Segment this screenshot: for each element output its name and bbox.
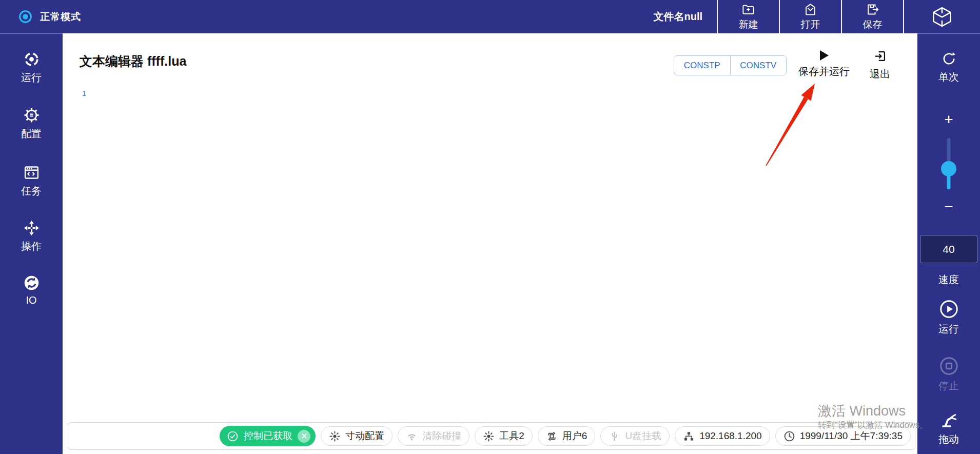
speed-label: 速度 [917, 273, 980, 287]
gear-icon [23, 107, 40, 124]
run-program-button[interactable]: 运行 [917, 300, 980, 336]
play-icon [820, 50, 829, 61]
left-nav-sidebar: 运行 配置 任务 操作 IO [0, 33, 63, 454]
editor-line-number: 1 [82, 89, 86, 97]
brand-logo [903, 0, 980, 33]
circle-play-icon [939, 300, 958, 319]
sidebar-item-run[interactable]: 运行 [0, 51, 63, 85]
datetime-label: 1999/11/30 上午7:39:35 [800, 429, 903, 443]
clear-collision-button[interactable]: 清除碰撞 [398, 426, 469, 446]
move-icon [23, 220, 40, 236]
lan-icon [683, 430, 695, 442]
close-icon [301, 433, 307, 439]
save-file-label: 保存 [863, 18, 883, 31]
status-bar: 控制已获取 寸动配置 清除碰撞 工具2 用户6 U盘挂载 192. [68, 422, 915, 450]
editor-main-area: 文本编辑器 ffff.lua 1 CONSTP CONSTV 保存并运行 退出 … [63, 33, 917, 454]
sidebar-item-task[interactable]: 任务 [0, 164, 63, 198]
jog-config-button[interactable]: 寸动配置 [321, 426, 393, 446]
drag-mode-button[interactable]: 拖动 [917, 411, 980, 446]
tool-label: 工具2 [499, 429, 524, 443]
const-button-group: CONSTP CONSTV [674, 55, 787, 75]
sidebar-item-label: 运行 [21, 71, 42, 85]
usb-mount-button[interactable]: U盘挂载 [600, 426, 670, 446]
right-control-sidebar: 单次 + − 40 速度 运行 停止 拖动 [917, 33, 980, 454]
folder-plus-icon [741, 3, 755, 16]
sidebar-item-label: 操作 [21, 240, 42, 253]
tool-button[interactable]: 工具2 [475, 426, 533, 446]
open-file-label: 打开 [801, 18, 820, 31]
mode-label: 正常模式 [40, 10, 81, 24]
sidebar-item-label: 配置 [21, 127, 42, 141]
speed-slider-thumb[interactable] [941, 161, 956, 176]
sidebar-item-config[interactable]: 配置 [0, 107, 63, 141]
sidebar-item-label: IO [26, 294, 36, 306]
usb-icon [609, 430, 620, 442]
release-control-button[interactable] [298, 430, 310, 443]
sidebar-item-label: 任务 [21, 184, 42, 198]
user-frame-label: 用户6 [562, 429, 587, 443]
jog-config-label: 寸动配置 [345, 429, 384, 443]
exit-button[interactable]: 退出 [855, 49, 905, 81]
drag-mode-label: 拖动 [938, 432, 959, 446]
clock-icon [783, 430, 795, 442]
exit-label: 退出 [870, 67, 890, 81]
stop-program-label: 停止 [938, 379, 959, 393]
single-cycle-label: 单次 [938, 70, 959, 84]
robot-arm-icon [940, 411, 958, 429]
control-acquired-label: 控制已获取 [244, 429, 292, 443]
window-code-icon [23, 164, 40, 181]
constp-button[interactable]: CONSTP [674, 56, 730, 75]
speed-plus-button[interactable]: + [917, 112, 980, 127]
top-bar: 正常模式 文件名null 新建 打开 保存 [0, 0, 980, 33]
single-cycle-button[interactable]: 单次 [917, 51, 980, 84]
tool-jog-icon [483, 430, 495, 442]
io-exchange-icon [23, 274, 40, 291]
sidebar-item-io[interactable]: IO [0, 274, 63, 306]
control-acquired-badge[interactable]: 控制已获取 [220, 426, 316, 446]
usb-mount-label: U盘挂载 [625, 429, 661, 443]
clear-collision-label: 清除碰撞 [422, 429, 461, 443]
datetime-badge[interactable]: 1999/11/30 上午7:39:35 [775, 426, 911, 446]
open-file-button[interactable]: 打开 [779, 0, 841, 33]
save-and-run-button[interactable]: 保存并运行 [793, 50, 855, 78]
speed-value-box: 40 [920, 235, 977, 263]
cube-logo-icon [931, 6, 953, 28]
ip-address-badge[interactable]: 192.168.1.200 [675, 426, 770, 446]
annotation-arrow [763, 81, 819, 170]
run-program-label: 运行 [938, 322, 959, 336]
speed-value: 40 [943, 243, 954, 255]
rotate-frame-icon [546, 430, 558, 442]
save-and-run-label: 保存并运行 [798, 65, 850, 78]
refresh-once-icon [941, 51, 957, 67]
save-file-button[interactable]: 保存 [841, 0, 903, 33]
circle-stop-icon [939, 357, 958, 376]
open-file-icon [803, 3, 817, 16]
check-circle-icon [227, 430, 239, 442]
stop-program-button[interactable]: 停止 [917, 357, 980, 393]
ip-address-label: 192.168.1.200 [699, 430, 762, 442]
exit-icon [873, 49, 887, 63]
mode-indicator[interactable]: 正常模式 [0, 10, 81, 24]
speed-minus-button[interactable]: − [917, 199, 980, 214]
speed-slider[interactable] [917, 138, 980, 189]
filename-label: 文件名null [653, 10, 702, 24]
radio-mode-icon [18, 10, 32, 24]
constv-button[interactable]: CONSTV [730, 56, 787, 75]
wifi-icon [406, 430, 418, 442]
editor-title: 文本编辑器 ffff.lua [80, 53, 186, 70]
new-file-button[interactable]: 新建 [717, 0, 779, 33]
jog-icon [329, 430, 341, 442]
sidebar-item-operate[interactable]: 操作 [0, 220, 63, 253]
target-icon [23, 51, 40, 68]
save-export-icon [866, 3, 879, 16]
new-file-label: 新建 [739, 18, 758, 31]
user-frame-button[interactable]: 用户6 [538, 426, 596, 446]
